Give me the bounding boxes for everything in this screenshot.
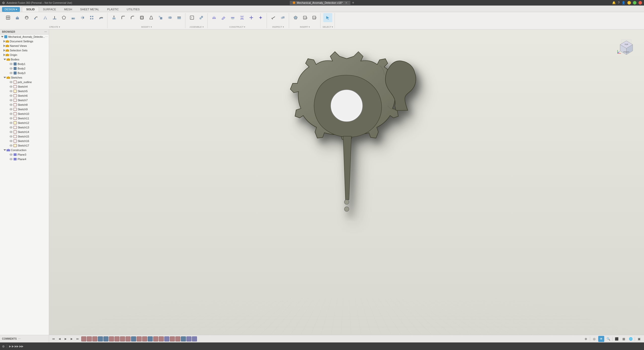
new-tab-btn[interactable]: + (352, 1, 354, 5)
visibility-icon[interactable] (10, 117, 13, 119)
visibility-icon[interactable] (10, 108, 13, 110)
loft-btn[interactable] (41, 13, 50, 22)
tl-item-12[interactable] (142, 336, 147, 341)
measure-btn[interactable] (269, 13, 278, 22)
visibility-icon[interactable] (10, 95, 13, 97)
thicken-btn[interactable] (97, 13, 106, 22)
tl-item-6[interactable] (109, 336, 114, 341)
midplane-btn[interactable] (237, 13, 247, 22)
point-btn[interactable] (256, 13, 265, 22)
display-mode-btn[interactable]: ⬛ (614, 336, 620, 342)
chamfer-btn[interactable] (128, 13, 137, 22)
browser-item-doc-settings[interactable]: Document Settings (0, 39, 49, 44)
extrude-btn[interactable] (13, 13, 22, 22)
browser-item-named-views[interactable]: Named Views (0, 44, 49, 48)
scale-btn[interactable] (156, 13, 165, 22)
orbit-btn[interactable]: ◎ (591, 336, 597, 342)
active-tab[interactable]: Mechanical_Anomaly_Detection v16* ✕ (290, 1, 350, 5)
plane-at-angle-btn[interactable] (219, 13, 228, 22)
browser-item-construction[interactable]: Construction (0, 148, 49, 152)
browser-root[interactable]: Mechanical_Anomaly_Detectio... ⋯ (0, 34, 49, 39)
emboss-btn[interactable]: A (69, 13, 78, 22)
visibility-icon[interactable] (10, 72, 13, 74)
browser-item-sketch15[interactable]: Sketch15 (0, 134, 49, 139)
new-component-assemble-btn[interactable]: + (187, 13, 196, 22)
browser-item-sketch7[interactable]: Sketch7 (0, 98, 49, 102)
tl-item-15[interactable] (159, 336, 164, 341)
visibility-icon[interactable] (10, 90, 13, 92)
pattern-btn[interactable] (87, 13, 96, 22)
visibility-icon[interactable] (10, 122, 13, 124)
browser-item-sketch13[interactable]: Sketch13 (0, 125, 49, 130)
visibility-icon[interactable] (10, 81, 13, 83)
visibility-icon[interactable] (10, 113, 13, 115)
offset-plane-btn[interactable] (210, 13, 219, 22)
browser-item-sketch5[interactable]: Sketch5 (0, 89, 49, 93)
browser-item-sketch6[interactable]: Sketch6 (0, 93, 49, 98)
visibility-icon[interactable] (10, 135, 13, 137)
maximize-btn[interactable] (633, 1, 636, 5)
interference-btn[interactable] (278, 13, 287, 22)
root-options[interactable]: ⋯ (45, 35, 48, 39)
tab-solid[interactable]: SOLID (22, 7, 39, 12)
tl-item-10[interactable] (131, 336, 136, 341)
visibility-icon[interactable] (10, 145, 13, 147)
browser-item-origin[interactable]: Origin (0, 53, 49, 57)
tl-item-4[interactable] (98, 336, 103, 341)
tangent-plane-btn[interactable] (228, 13, 237, 22)
browser-item-selection-sets[interactable]: Selection Sets (0, 48, 49, 53)
tl-item-16[interactable] (164, 336, 169, 341)
shell-btn[interactable] (137, 13, 146, 22)
visibility-icon[interactable] (10, 131, 13, 133)
browser-item-sketch12[interactable]: Sketch12 (0, 121, 49, 125)
tl-item-8[interactable] (120, 336, 125, 341)
browser-item-body3[interactable]: Body3 (0, 71, 49, 75)
visibility-icon[interactable] (10, 67, 13, 69)
more-options-btn[interactable]: ▣ (636, 336, 642, 342)
tab-plastic[interactable]: PLASTIC (103, 7, 123, 12)
zoom-btn[interactable]: 🔍 (605, 336, 611, 342)
browser-item-sketch11[interactable]: Sketch11 (0, 116, 49, 121)
construct-label[interactable]: CONSTRUCT ▾ (210, 26, 265, 28)
tl-item-13[interactable] (148, 336, 153, 341)
browser-item-body1[interactable]: Body1 (0, 62, 49, 66)
environment-btn[interactable]: 🌐 (628, 336, 634, 342)
status-icon-1[interactable]: ⊕ (2, 344, 5, 348)
browser-item-sketch8[interactable]: Sketch8 (0, 102, 49, 107)
browser-item-sketch16[interactable]: Sketch16 (0, 139, 49, 143)
browser-item-sketch14[interactable]: Sketch14 (0, 130, 49, 134)
tl-item-2[interactable] (87, 336, 92, 341)
tab-mesh[interactable]: MESH (60, 7, 76, 12)
look-at-btn[interactable]: 👁 (598, 336, 604, 342)
insert-dxf-btn[interactable]: DXF (310, 13, 319, 22)
new-component-btn[interactable] (4, 13, 13, 22)
play-to-start-btn[interactable]: ⏮ (51, 336, 56, 341)
browser-item-bodies[interactable]: Bodies (0, 57, 49, 62)
visibility-icon[interactable] (10, 63, 13, 65)
tab-close-icon[interactable]: ✕ (345, 1, 347, 5)
tl-item-19[interactable] (181, 336, 186, 341)
help-icon[interactable]: ? (618, 1, 620, 5)
browser-options-icon[interactable]: ⋯ (44, 30, 47, 33)
revolve-btn[interactable] (22, 13, 31, 22)
visibility-icon[interactable] (10, 99, 13, 101)
visibility-icon[interactable] (10, 104, 13, 106)
browser-item-plane4[interactable]: Plane4 (0, 157, 49, 161)
visibility-icon[interactable] (10, 86, 13, 88)
tl-item-9[interactable] (126, 336, 131, 341)
browser-item-pcb-outline[interactable]: pcb_outline (0, 80, 49, 84)
visibility-icon[interactable] (10, 154, 13, 156)
tl-item-17[interactable] (170, 336, 175, 341)
tab-sheet-metal[interactable]: SHEET METAL (76, 7, 103, 12)
comments-toggle[interactable]: ⋯ (18, 337, 21, 340)
close-btn[interactable] (638, 1, 642, 5)
combine-btn[interactable] (165, 13, 174, 22)
axis-through-btn[interactable] (247, 13, 256, 22)
status-icon-2[interactable]: ▶ ▶ ▶▶ ▶▶ (9, 345, 23, 348)
select-btn[interactable] (323, 13, 332, 22)
browser-item-sketch4[interactable]: Sketch4 (0, 84, 49, 89)
visibility-icon[interactable] (10, 126, 13, 128)
insert-mesh-btn[interactable] (291, 13, 300, 22)
rib-btn[interactable] (50, 13, 59, 22)
visibility-icon[interactable] (10, 140, 13, 142)
